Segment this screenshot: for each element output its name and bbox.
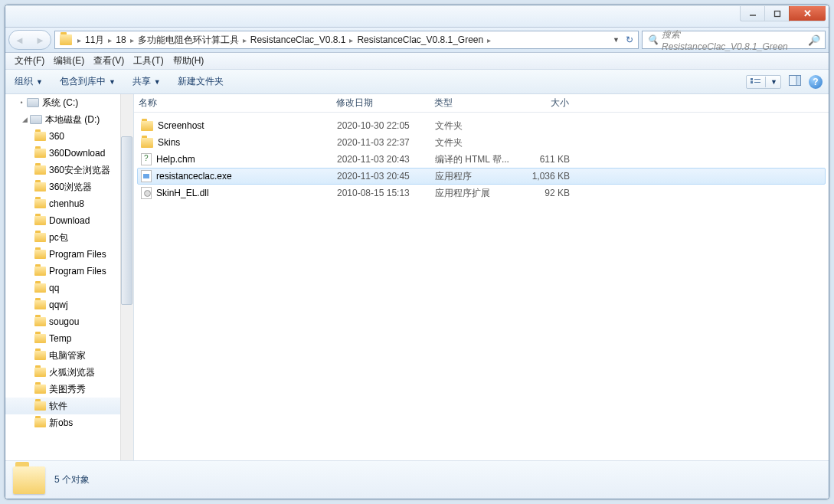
file-row[interactable]: Help.chm2020-11-03 20:43编译的 HTML 帮...611… (137, 151, 826, 168)
file-list[interactable]: Screenhost2020-10-30 22:05文件夹Skins2020-1… (134, 113, 829, 460)
breadcrumb-sep[interactable]: ▸ (128, 36, 136, 44)
menu-edit[interactable]: 编辑(E) (49, 53, 89, 69)
tree-scrollbar[interactable] (120, 94, 133, 460)
menu-help[interactable]: 帮助(H) (168, 53, 209, 69)
tree-item[interactable]: qq (5, 280, 133, 296)
search-go-icon[interactable]: 🔎 (808, 34, 820, 46)
address-dropdown-icon[interactable]: ▼ (613, 36, 620, 44)
tree-label: Program Files (49, 266, 106, 277)
file-name: Screenhost (158, 120, 204, 131)
tree-item[interactable]: sougou (5, 313, 133, 330)
folder-icon (34, 250, 46, 259)
address-row: ◄ ► ▸ 11月 ▸ 18 ▸ 多功能电阻色环计算工具 ▸ Resistanc… (5, 28, 829, 53)
menu-view[interactable]: 查看(V) (89, 53, 129, 69)
view-mode-button[interactable]: ▼ (746, 75, 781, 89)
status-folder-icon (13, 466, 45, 494)
tree-item[interactable]: 电脑管家 (5, 347, 133, 364)
tree-item[interactable]: 360Download (5, 145, 133, 162)
tree-item[interactable]: 360安全浏览器 (5, 162, 133, 178)
tree-item[interactable]: Program Files (5, 246, 133, 263)
tree-item[interactable]: 360 (5, 128, 133, 145)
breadcrumb-sep[interactable]: ▸ (75, 36, 83, 44)
col-name[interactable]: 名称 (134, 97, 332, 110)
maximize-button[interactable] (764, 6, 789, 21)
file-type: 编译的 HTML 帮... (430, 153, 521, 166)
col-date[interactable]: 修改日期 (332, 97, 430, 110)
folder-icon (34, 165, 46, 175)
view-dropdown-icon[interactable]: ▼ (770, 78, 777, 86)
breadcrumb-item[interactable]: ResistanceClac_V0.8.1_Green (355, 34, 485, 45)
folder-icon (34, 368, 46, 377)
tree-item[interactable]: 新obs (5, 414, 133, 431)
file-date: 2020-11-03 20:45 (332, 171, 430, 182)
tree-item[interactable]: Temp (5, 330, 133, 347)
tree-item[interactable]: 火狐浏览器 (5, 364, 133, 381)
tree-label: Temp (49, 333, 71, 344)
folder-icon (34, 418, 46, 427)
titlebar: ✕ (5, 5, 829, 28)
breadcrumb-item[interactable]: 18 (114, 34, 127, 45)
folder-icon (34, 216, 46, 225)
menubar: 文件(F) 编辑(E) 查看(V) 工具(T) 帮助(H) (5, 53, 829, 70)
tree-item[interactable]: 美图秀秀 (5, 381, 133, 398)
minimize-button[interactable] (740, 6, 764, 21)
folder-icon (34, 385, 46, 394)
folder-icon (34, 199, 46, 208)
tree-item[interactable]: Download (5, 212, 133, 229)
forward-icon[interactable]: ► (35, 34, 45, 46)
breadcrumb-sep[interactable]: ▸ (347, 36, 355, 44)
breadcrumb-sep[interactable]: ▸ (240, 36, 249, 44)
close-button[interactable]: ✕ (789, 6, 826, 21)
file-name: Skins (158, 137, 180, 148)
menu-tools[interactable]: 工具(T) (129, 53, 168, 69)
file-row[interactable]: Skins2020-11-03 22:37文件夹 (137, 134, 826, 151)
breadcrumb-sep[interactable]: ▸ (106, 36, 114, 44)
search-input[interactable]: 🔍 搜索 ResistanceClac_V0.8.1_Green 🔎 (642, 31, 826, 49)
col-type[interactable]: 类型 (430, 97, 520, 110)
folder-icon (34, 182, 46, 191)
back-icon[interactable]: ◄ (15, 34, 25, 46)
address-bar[interactable]: ▸ 11月 ▸ 18 ▸ 多功能电阻色环计算工具 ▸ ResistanceCla… (54, 31, 639, 49)
folder-icon (34, 317, 46, 326)
tree-item[interactable]: •系统 (C:) (5, 94, 133, 111)
file-row[interactable]: resistanceclac.exe2020-11-03 20:45应用程序1,… (137, 168, 826, 185)
breadcrumb-item[interactable]: ResistanceClac_V0.8.1 (249, 34, 348, 45)
tree-item[interactable]: pc包 (5, 229, 133, 246)
help-icon[interactable]: ? (809, 75, 823, 89)
tree-item[interactable]: 软件 (5, 398, 133, 414)
tree-item[interactable]: ◢本地磁盘 (D:) (5, 111, 133, 128)
folder-icon (34, 233, 46, 242)
folder-icon (34, 351, 46, 360)
file-size: 611 KB (521, 154, 574, 165)
tree-item[interactable]: Program Files (5, 263, 133, 280)
tree-item[interactable]: chenhu8 (5, 195, 133, 212)
tree-label: pc包 (49, 231, 68, 244)
tree-label: sougou (49, 316, 79, 327)
body-split: •系统 (C:)◢本地磁盘 (D:)360360Download360安全浏览器… (5, 94, 829, 460)
nav-back-forward[interactable]: ◄ ► (8, 30, 51, 50)
column-header[interactable]: 名称 修改日期 类型 大小 (134, 94, 829, 113)
refresh-icon[interactable]: ↻ (626, 34, 633, 45)
organize-button[interactable]: 组织▼ (11, 73, 46, 90)
newfolder-button[interactable]: 新建文件夹 (175, 73, 227, 90)
file-row[interactable]: Screenhost2020-10-30 22:05文件夹 (137, 117, 826, 134)
window-controls: ✕ (740, 6, 826, 21)
preview-pane-button[interactable] (789, 75, 801, 88)
file-size: 92 KB (521, 188, 574, 198)
breadcrumb-sep[interactable]: ▸ (485, 36, 493, 44)
file-row[interactable]: SkinH_EL.dll2010-08-15 15:13应用程序扩展92 KB (137, 185, 826, 201)
file-date: 2020-11-03 22:37 (332, 137, 430, 148)
breadcrumb-item[interactable]: 11月 (83, 34, 106, 47)
breadcrumb-item[interactable]: 多功能电阻色环计算工具 (136, 34, 240, 47)
col-size[interactable]: 大小 (520, 97, 574, 110)
nav-tree[interactable]: •系统 (C:)◢本地磁盘 (D:)360360Download360安全浏览器… (5, 94, 134, 460)
share-button[interactable]: 共享▼ (129, 73, 164, 90)
tree-item[interactable]: qqwj (5, 296, 133, 313)
tree-scroll-thumb[interactable] (121, 136, 132, 305)
tree-item[interactable]: 360浏览器 (5, 178, 133, 195)
folder-icon (34, 267, 46, 276)
svg-rect-1 (774, 11, 780, 16)
menu-file[interactable]: 文件(F) (10, 53, 49, 69)
include-button[interactable]: 包含到库中▼ (57, 73, 119, 90)
folder-icon (34, 334, 46, 343)
